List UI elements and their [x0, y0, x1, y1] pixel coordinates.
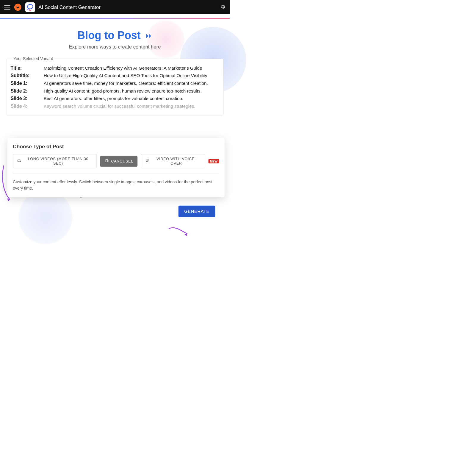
- carousel-icon: [104, 158, 109, 164]
- variant-row-label: Title:: [10, 65, 33, 71]
- variant-row-label: Slide 2:: [10, 88, 33, 94]
- type-label: VIDEO WITH VOICE-OVER: [152, 157, 201, 165]
- type-video-voiceover-button[interactable]: VIDEO WITH VOICE-OVER: [141, 154, 205, 168]
- chevron-double-right-icon: [145, 30, 152, 42]
- semrush-flame-icon: [14, 3, 22, 11]
- variant-row: Subtitle: How to Utilize High-Quality AI…: [10, 73, 219, 79]
- voice-over-icon: [145, 158, 150, 164]
- variant-row-value: Best AI generators: offer filters, promp…: [44, 96, 219, 101]
- variant-row-value: Keyword search volume crucial for succes…: [44, 104, 219, 109]
- selected-variant-panel: Your Selected Variant Title: Maximizing …: [6, 59, 223, 115]
- new-badge: NEW: [208, 159, 219, 163]
- variant-row: Slide 1: AI generators save time, money …: [10, 81, 219, 86]
- page-title[interactable]: Blog to Post: [6, 29, 223, 42]
- variant-row-label: Slide 3:: [10, 96, 33, 101]
- variant-row-label: Subtitle:: [10, 73, 33, 79]
- variant-row-value: AI generators save time, money for marke…: [44, 81, 219, 86]
- choose-post-type-popup: Choose Type of Post LONG VIDEOS (MORE TH…: [7, 138, 225, 197]
- fieldset-legend: Your Selected Variant: [12, 56, 55, 61]
- type-long-videos-button[interactable]: LONG VIDEOS (MORE THAN 30 SEC): [13, 154, 97, 168]
- type-carousel-button[interactable]: CAROUSEL: [100, 156, 138, 167]
- variant-row-label: Slide 1:: [10, 81, 33, 86]
- app-logo-icon: [25, 2, 35, 12]
- annotation-arrow-icon: [168, 226, 190, 239]
- hamburger-menu-icon[interactable]: [4, 5, 10, 9]
- variant-row-label: Slide 4:: [10, 104, 33, 109]
- variant-row-value: High-quality AI content: good prompts, h…: [44, 88, 219, 94]
- page-title-text: Blog to Post: [77, 29, 141, 41]
- generate-button[interactable]: GENERATE: [178, 206, 215, 217]
- svg-rect-1: [18, 160, 20, 161]
- popup-description: Customize your content effortlessly. Swi…: [13, 179, 219, 191]
- type-label: LONG VIDEOS (MORE THAN 30 SEC): [24, 157, 93, 165]
- variant-row-value: Maximizing Content Creation Efficiency w…: [44, 65, 219, 71]
- variant-row: Slide 4: Keyword search volume crucial f…: [10, 104, 219, 109]
- settings-button[interactable]: [220, 4, 226, 10]
- svg-rect-2: [106, 159, 108, 162]
- post-type-options: LONG VIDEOS (MORE THAN 30 SEC) CAROUSEL …: [13, 154, 219, 174]
- topbar: AI Social Content Generator: [0, 0, 230, 14]
- type-label: CAROUSEL: [111, 159, 133, 163]
- app-title: AI Social Content Generator: [38, 4, 101, 10]
- popup-title: Choose Type of Post: [13, 143, 219, 149]
- svg-point-3: [147, 159, 148, 160]
- variant-row: Title: Maximizing Content Creation Effic…: [10, 65, 219, 71]
- variant-row: Slide 3: Best AI generators: offer filte…: [10, 96, 219, 101]
- variant-row-value: How to Utilize High-Quality AI Content a…: [44, 73, 219, 79]
- video-camera-icon: [17, 158, 22, 164]
- page-subtitle: Explore more ways to create content here: [6, 44, 223, 50]
- variant-row: Slide 2: High-quality AI content: good p…: [10, 88, 219, 94]
